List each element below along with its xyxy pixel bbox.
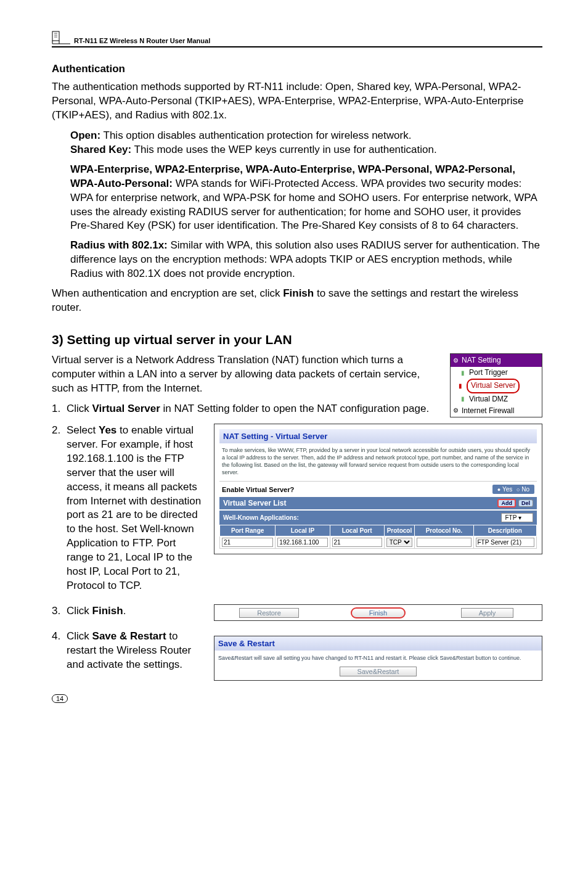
sharedkey-text: This mode uses the WEP keys currently in… <box>131 144 436 155</box>
restore-button[interactable]: Restore <box>239 608 299 618</box>
wk-label: Well-Known Applications: <box>223 514 501 521</box>
auth-details: Open: This option disables authenticatio… <box>70 129 542 281</box>
enable-vs-radio[interactable]: ● Yes ○ No <box>492 485 534 494</box>
natmenu-vs[interactable]: Virtual Server <box>467 379 520 393</box>
enable-vs-label: Enable Virtual Server? <box>222 486 492 493</box>
nat-menu-screenshot: ⚙ NAT Setting ▮ Port Trigger ▮ Virtual S… <box>450 353 542 417</box>
th-portrange: Port Range <box>220 525 276 536</box>
apply-button[interactable]: Apply <box>461 608 514 618</box>
vs-table: Port Range Local IP Local Port Protocol … <box>219 525 537 549</box>
sharedkey-label: Shared Key: <box>70 144 131 155</box>
inp-desc[interactable] <box>476 538 534 547</box>
finish-button[interactable]: Finish <box>351 607 406 618</box>
auth-heading: Authentication <box>52 63 542 75</box>
vs-heading: 3) Setting up virtual server in your LAN <box>52 332 542 347</box>
step3-text: Click Finish. <box>67 604 126 618</box>
th-localport: Local Port <box>330 525 384 536</box>
vs-intro: Virtual server is a Network Address Tran… <box>52 353 441 396</box>
vsshot-title: NAT Setting - Virtual Server <box>219 429 537 443</box>
inp-protono[interactable] <box>417 538 471 547</box>
sel-protocol[interactable]: TCP <box>386 538 412 547</box>
vsshot-desc: To make services, like WWW, FTP, provide… <box>219 443 537 482</box>
inp-localport[interactable] <box>332 538 382 547</box>
page-header: RT-N11 EZ Wireless N Router User Manual <box>52 31 542 47</box>
natmenu-if: Internet Firewall <box>462 405 514 417</box>
inp-localip[interactable] <box>277 538 327 547</box>
th-protocol: Protocol <box>384 525 415 536</box>
radius-label: Radius with 802.1x: <box>70 239 168 251</box>
step4-text: Click Save & Restart to restart the Wire… <box>67 630 203 672</box>
page-icon: ▮ <box>459 395 467 403</box>
add-button[interactable]: Add <box>497 499 516 507</box>
step2-num: 2. <box>52 424 67 593</box>
svg-rect-0 <box>52 31 59 41</box>
vs-list-title: Virtual Server List <box>223 499 287 507</box>
header-title: RT-N11 EZ Wireless N Router User Manual <box>74 37 210 44</box>
natmenu-vdmz: Virtual DMZ <box>469 393 508 405</box>
buttons-screenshot: Restore Finish Apply <box>214 604 542 621</box>
auth-outro: When authentication and encryption are s… <box>52 287 542 315</box>
natmenu-title: NAT Setting <box>462 355 501 366</box>
open-label: Open: <box>70 129 100 141</box>
gear-icon: ⚙ <box>452 407 459 414</box>
step4-num: 4. <box>52 630 67 672</box>
natmenu-pt: Port Trigger <box>469 367 508 379</box>
header-book-icon <box>52 31 70 44</box>
step1-text: Click Virtual Server in NAT Setting fold… <box>67 402 429 416</box>
vs-screenshot: NAT Setting - Virtual Server To make ser… <box>214 424 542 555</box>
page-icon: ▮ <box>459 369 467 377</box>
wk-select[interactable]: FTP ▾ <box>501 513 534 522</box>
page-number: 14 <box>52 694 68 703</box>
step3-num: 3. <box>52 604 67 618</box>
sr-title: Save & Restart <box>214 636 542 651</box>
step2-text: Select Yes to enable virtual server. For… <box>67 424 203 593</box>
del-button[interactable]: Del <box>518 499 533 507</box>
th-desc: Description <box>473 525 536 536</box>
page-icon: ▮ <box>457 382 464 390</box>
inp-portrange[interactable] <box>222 538 273 547</box>
gear-icon: ⚙ <box>452 357 459 364</box>
th-protono: Protocol No. <box>415 525 473 536</box>
th-localip: Local IP <box>276 525 330 536</box>
save-restart-screenshot: Save & Restart Save&Restart will save al… <box>214 636 542 681</box>
auth-intro: The authentication methods supported by … <box>52 80 542 123</box>
sr-desc: Save&Restart will save all setting you h… <box>218 654 538 662</box>
open-text: This option disables authentication prot… <box>100 129 411 141</box>
step1-num: 1. <box>52 402 67 416</box>
save-restart-button[interactable]: Save&Restart <box>340 667 417 676</box>
